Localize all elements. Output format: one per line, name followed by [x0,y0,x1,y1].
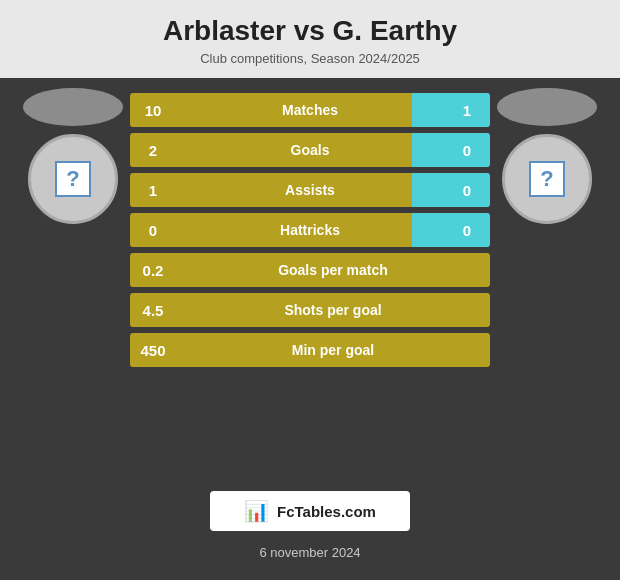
stat-label: Goals [291,142,330,158]
stat-right-value: 0 [444,133,490,167]
content-area: ? 10 Matches 1 2 Goals 0 1 [0,78,620,483]
stat-bar: Matches [176,93,444,127]
stat-label: Matches [282,102,338,118]
stat-row: 10 Matches 1 [130,93,490,127]
stat-bar: Assists [176,173,444,207]
stat-row: 450 Min per goal [130,333,490,367]
page-title: Arblaster vs G. Earthy [0,0,620,51]
stat-left-value: 1 [130,173,176,207]
stat-row: 0.2 Goals per match [130,253,490,287]
bottom-section: 📊 FcTables.com 6 november 2024 [0,483,620,580]
stat-bar: Min per goal [176,333,490,367]
left-avatar-circle: ? [28,134,118,224]
stat-right-value: 0 [444,173,490,207]
watermark: 📊 FcTables.com [210,491,410,531]
stat-bar-fill [412,173,444,207]
stat-label: Min per goal [292,342,374,358]
stat-row: 0 Hattricks 0 [130,213,490,247]
stat-left-value: 450 [130,333,176,367]
stat-row: 2 Goals 0 [130,133,490,167]
stat-bar-fill [412,93,444,127]
right-avatar-question: ? [529,161,565,197]
stat-label: Assists [285,182,335,198]
stat-right-value: 1 [444,93,490,127]
stat-bar-fill [412,133,444,167]
date-footer: 6 november 2024 [0,539,620,570]
stat-bar: Goals [176,133,444,167]
right-avatar-ellipse [497,88,597,126]
stat-bar: Shots per goal [176,293,490,327]
page-subtitle: Club competitions, Season 2024/2025 [0,51,620,78]
stat-left-value: 2 [130,133,176,167]
stat-label: Goals per match [278,262,388,278]
stat-label: Shots per goal [284,302,381,318]
stats-table: 10 Matches 1 2 Goals 0 1 Assists [130,93,490,367]
stat-left-value: 0.2 [130,253,176,287]
stat-bar-fill [412,213,444,247]
stat-label: Hattricks [280,222,340,238]
stat-left-value: 0 [130,213,176,247]
left-avatar-question: ? [55,161,91,197]
watermark-text: FcTables.com [277,503,376,520]
stat-left-value: 10 [130,93,176,127]
left-player-avatar: ? [18,88,128,224]
right-player-avatar: ? [492,88,602,224]
stat-bar: Hattricks [176,213,444,247]
right-avatar-circle: ? [502,134,592,224]
stat-row: 1 Assists 0 [130,173,490,207]
stat-row: 4.5 Shots per goal [130,293,490,327]
stat-right-value: 0 [444,213,490,247]
stat-left-value: 4.5 [130,293,176,327]
watermark-icon: 📊 [244,499,269,523]
stat-bar: Goals per match [176,253,490,287]
left-avatar-ellipse [23,88,123,126]
